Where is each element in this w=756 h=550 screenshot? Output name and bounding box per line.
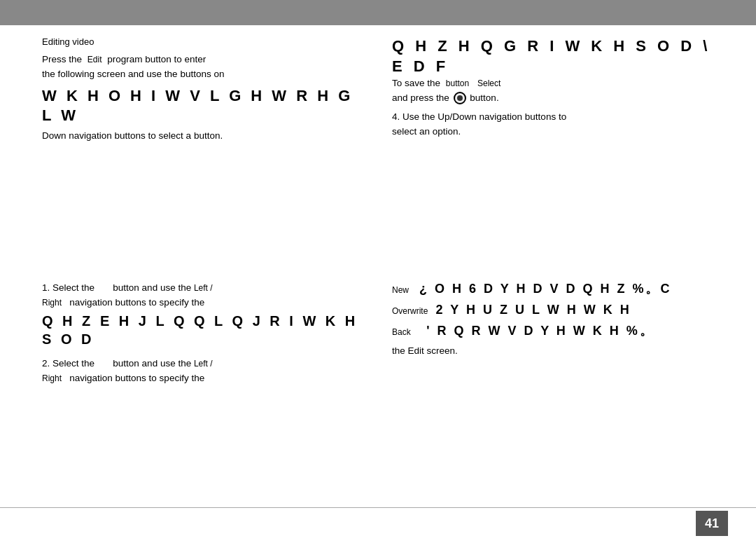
section-title: Editing video: [42, 36, 364, 47]
content-area: Editing video Press the Edit program but…: [0, 25, 756, 148]
bottom-section: 1. Select the button and use the Left / …: [0, 281, 756, 394]
numbered-item-2: 2. Select the button and use the Left / …: [42, 357, 364, 386]
item1-left-right: Left /: [194, 283, 213, 293]
item2-left-right: Left /: [194, 359, 213, 369]
item2-line1: 2. Select the button and use the Left /: [42, 357, 364, 371]
para1-line2: the following screen and use the buttons…: [42, 69, 224, 79]
new-decorative: ¿ O H 6 D Y H D V D Q H Z %。C: [419, 282, 671, 296]
overwrite-decorative: 2 Y H U Z U L W H W K H: [436, 303, 631, 317]
back-label: Back: [392, 327, 411, 337]
back-line2: the Edit screen.: [392, 344, 714, 359]
para1-right: To save the button Select and press the …: [392, 76, 714, 106]
para2-left: Down navigation buttons to select a butt…: [42, 129, 364, 144]
para1-press: Press the: [42, 54, 82, 64]
back-row: Back ' R Q R W V D Y H W K H %。: [392, 323, 714, 340]
overwrite-row: Overwrite 2 Y H U Z U L W H W K H: [392, 302, 714, 319]
para1-right-line2: and press the: [392, 92, 449, 103]
item2-line1b: button and use the: [113, 358, 191, 369]
para2-right-line2: select an option.: [392, 126, 461, 137]
bottom-right: New ¿ O H 6 D Y H D V D Q H Z %。C Overwr…: [378, 281, 714, 394]
item2-line1a: 2. Select the: [42, 358, 94, 369]
para2-right-line1: 4. Use the Up/Down navigation buttons to: [392, 111, 566, 122]
numbered-item-1: 1. Select the button and use the Left / …: [42, 281, 364, 348]
item1-decorative: Q H Z E H J L Q Q L Q J R I W K H S O D: [42, 312, 364, 348]
top-bar: [0, 0, 756, 25]
item1-line2: Right navigation buttons to specify the: [42, 296, 364, 310]
overwrite-label: Overwrite: [392, 306, 428, 316]
bottom-left: 1. Select the button and use the Left / …: [42, 281, 378, 394]
para1: Press the Edit program button to enter t…: [42, 53, 364, 82]
para2-right: 4. Use the Up/Down navigation buttons to…: [392, 110, 714, 139]
para1-right-btn: button: [446, 78, 469, 88]
item1-nav-text: navigation buttons to specify the: [69, 297, 204, 308]
back-decorative: ' R Q R W V D Y H W K H %。: [426, 324, 654, 338]
circle-button-icon: [454, 92, 466, 104]
para1-program: program button to enter: [107, 54, 206, 64]
item2-line2: Right navigation buttons to specify the: [42, 371, 364, 386]
item2-nav-text: navigation buttons to specify the: [69, 373, 204, 383]
item2-right-label: Right: [42, 373, 62, 383]
spacer: [0, 148, 756, 274]
page-number: 41: [696, 511, 728, 536]
decorative1-left: W K H O H I W V L G H W R H G L W: [42, 86, 364, 126]
new-row: New ¿ O H 6 D Y H D V D Q H Z %。C: [392, 281, 714, 298]
item1-line1b: button and use the: [113, 282, 191, 293]
para1-right-to: To save the: [392, 78, 440, 88]
decorative1-right: Q H Z H Q G R I W K H S O D \ E D F: [392, 36, 714, 76]
new-label: New: [392, 285, 409, 295]
para1-edit-label: Edit: [88, 55, 102, 64]
bottom-divider: [0, 507, 756, 508]
item1-line1: 1. Select the button and use the Left /: [42, 281, 364, 296]
para1-right-line2b: button.: [470, 92, 498, 103]
left-column: Editing video Press the Edit program but…: [42, 36, 378, 148]
right-column: Q H Z H Q G R I W K H S O D \ E D F To s…: [378, 36, 714, 148]
item1-right-label: Right: [42, 298, 62, 308]
item1-line1a: 1. Select the: [42, 282, 94, 293]
para1-right-sel: Select: [477, 78, 500, 88]
